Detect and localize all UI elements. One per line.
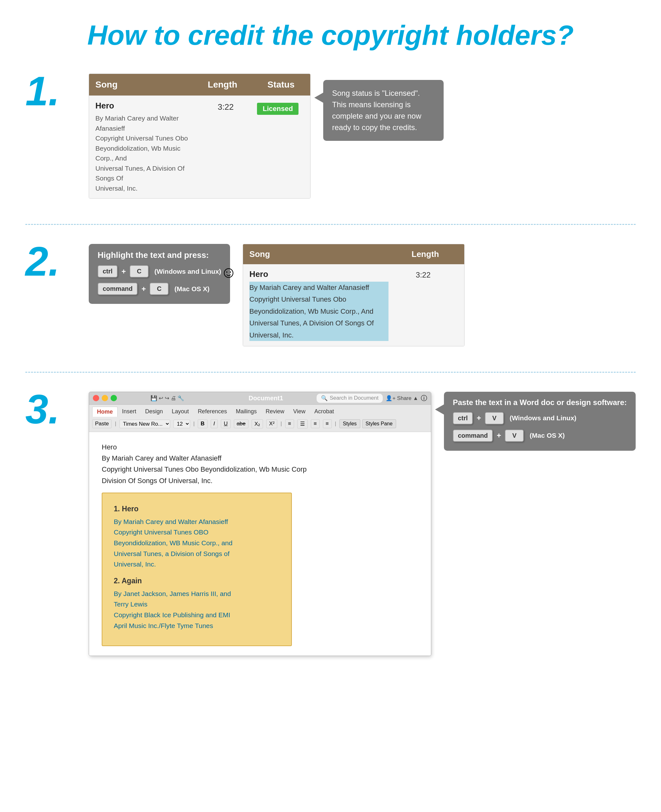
tab-mailings[interactable]: Mailings (232, 407, 261, 417)
col-status: Status (252, 74, 311, 96)
step-2-number: 2. (26, 241, 76, 282)
word-doc-title: Document1 (218, 395, 314, 402)
parchment-song1-credits: By Mariah Carey and Walter Afanasieff Co… (114, 516, 280, 570)
smiley-icon: ☺ (220, 263, 237, 281)
licensed-badge: Licensed (257, 103, 299, 115)
step2-table-header: Song Length (243, 244, 464, 264)
credits-line-3: Beyondidolization, Wb Music Corp., And (95, 145, 180, 162)
traffic-light-red[interactable] (93, 395, 99, 401)
v-key-2: V (505, 429, 524, 442)
v-key-1: V (485, 412, 504, 424)
align-left-button[interactable]: ≡ (285, 419, 294, 428)
paste-button[interactable]: Paste (92, 419, 112, 428)
step2-song-cell: Hero By Mariah Carey and Walter Afanasie… (249, 269, 388, 341)
step2-col-length: Length (386, 244, 464, 264)
strikethrough-button[interactable]: abe (234, 419, 248, 428)
step2-credits-highlighted: By Mariah Carey and Walter Afanasieff Co… (249, 282, 388, 341)
parchment-song2-credits: By Janet Jackson, James Harris III, and … (114, 588, 280, 631)
status-cell: Licensed (252, 101, 304, 115)
tab-design[interactable]: Design (141, 407, 167, 417)
toolbar-divider-4: | (335, 421, 336, 427)
font-selector[interactable]: Times New Ro... (120, 420, 170, 428)
step-2-table: Song Length Hero By Mariah Carey and Wal… (243, 244, 465, 346)
styles-button[interactable]: Styles (339, 419, 360, 428)
credits-line-1: By Mariah Carey and Walter Afanasieff (95, 115, 179, 132)
step2-credits-line-5: Universal, Inc. (249, 331, 294, 339)
word-app: 💾 ↩ ↪ 🖨 🔧 Document1 🔍 Search in Document… (89, 392, 431, 656)
toolbar-divider-2: | (193, 421, 195, 427)
tab-layout[interactable]: Layout (167, 407, 193, 417)
word-content-line2: By Mariah Carey and Walter Afanasieff (102, 453, 418, 464)
subscript-button[interactable]: X₂ (252, 419, 263, 429)
tab-insert[interactable]: Insert (118, 407, 141, 417)
tab-home[interactable]: Home (92, 407, 118, 417)
step-1: 1. Song Length Status Hero By Mariah Car… (26, 74, 635, 199)
table-row: Hero By Mariah Carey and Walter Afanasie… (89, 96, 310, 198)
word-topbar: 💾 ↩ ↪ 🖨 🔧 Document1 🔍 Search in Document… (89, 392, 431, 405)
search-icon: 🔍 (321, 395, 328, 402)
parchment-song1-title: 1. Hero (114, 503, 280, 515)
share-button[interactable]: 👤+ Share ▲ (386, 395, 418, 402)
step-3-right: Paste the text in a Word doc or design s… (444, 392, 635, 451)
toolbar-icons: 💾 ↩ ↪ 🖨 🔧 (150, 395, 184, 402)
step-3-number: 3. (26, 389, 76, 430)
song-cell: Hero By Mariah Carey and Walter Afanasie… (95, 101, 200, 193)
divider-1 (26, 224, 635, 225)
shortcut-ctrl-c: ctrl + C (Windows and Linux) (97, 265, 221, 277)
step2-col-song: Song (243, 244, 386, 264)
plus-2: + (141, 285, 146, 293)
credits-line-2: Copyright Universal Tunes Obo (95, 135, 188, 142)
word-content-line4: Division Of Songs Of Universal, Inc. (102, 475, 418, 486)
credits-line-5: Universal, Inc. (95, 184, 137, 192)
parchment-song2-title: 2. Again (114, 575, 280, 587)
step2-credits-line-3: Beyondidolization, Wb Music Corp., And (249, 308, 373, 315)
step-2-table-container: Song Length Hero By Mariah Carey and Wal… (243, 244, 465, 346)
underline-button[interactable]: U (221, 419, 230, 428)
superscript-button[interactable]: X² (266, 419, 277, 428)
step-2-content: Highlight the text and press: ctrl + C (… (89, 244, 635, 346)
toolbar-divider-1: | (115, 421, 116, 427)
align-center-button[interactable]: ☰ (297, 419, 308, 429)
word-tabs: Home Insert Design Layout References Mai… (92, 407, 428, 417)
italic-button[interactable]: I (211, 419, 218, 428)
os-label-4: (Mac OS X) (530, 432, 565, 439)
shortcut-command-v: command + V (Mac OS X) (453, 429, 627, 442)
font-size-selector[interactable]: 12 (173, 420, 190, 428)
credits-line-4: Universal Tunes, A Division Of Songs Of (95, 165, 184, 182)
justify-button[interactable]: ≡ (323, 419, 332, 428)
traffic-light-yellow[interactable] (102, 395, 108, 401)
length-cell: 3:22 (200, 101, 252, 112)
tab-review[interactable]: Review (261, 407, 289, 417)
word-content-area[interactable]: Hero By Mariah Carey and Walter Afanasie… (89, 432, 431, 656)
os-label-1: (Windows and Linux) (154, 268, 221, 275)
plus-4: + (497, 431, 501, 440)
shortcut-ctrl-v: ctrl + V (Windows and Linux) (453, 412, 627, 424)
tab-acrobat[interactable]: Acrobat (310, 407, 338, 417)
plus-1: + (121, 267, 126, 276)
tab-view[interactable]: View (289, 407, 310, 417)
word-toolbar-area: Home Insert Design Layout References Mai… (89, 405, 431, 432)
highlight-instruction-text: Highlight the text and press: (97, 250, 221, 260)
os-label-2: (Mac OS X) (174, 285, 209, 293)
word-toolbar: Paste | Times New Ro... 12 | B I U abe (92, 418, 428, 430)
song-credits: By Mariah Carey and Walter Afanasieff Co… (95, 113, 200, 193)
step-3-left: 💾 ↩ ↪ 🖨 🔧 Document1 🔍 Search in Document… (89, 392, 431, 656)
step2-credits-line-2: Copyright Universal Tunes Obo (249, 295, 346, 303)
align-right-button[interactable]: ≡ (311, 419, 320, 428)
page-title: How to credit the copyright holders? (26, 19, 635, 51)
highlight-instruction-box: Highlight the text and press: ctrl + C (… (89, 244, 230, 304)
os-label-3: (Windows and Linux) (509, 414, 576, 422)
bold-button[interactable]: B (198, 419, 207, 428)
search-in-document[interactable]: 🔍 Search in Document (316, 393, 383, 403)
step-1-table: Song Length Status Hero By Mariah Carey … (89, 74, 311, 199)
search-placeholder: Search in Document (330, 395, 378, 401)
tab-references[interactable]: References (193, 407, 232, 417)
traffic-light-green[interactable] (110, 395, 117, 401)
step2-credits-line-4: Universal Tunes, A Division Of Songs Of (249, 319, 374, 327)
step-3: 3. 💾 ↩ ↪ 🖨 🔧 Document1 🔍 (26, 392, 635, 656)
step2-credits-line-1: By Mariah Carey and Walter Afanasieff (249, 283, 369, 291)
step-1-content: Song Length Status Hero By Mariah Carey … (89, 74, 635, 199)
styles-pane-button[interactable]: Styles Pane (362, 419, 396, 428)
paste-callout: Paste the text in a Word doc or design s… (444, 392, 635, 451)
info-icon: ⓘ (421, 394, 427, 402)
